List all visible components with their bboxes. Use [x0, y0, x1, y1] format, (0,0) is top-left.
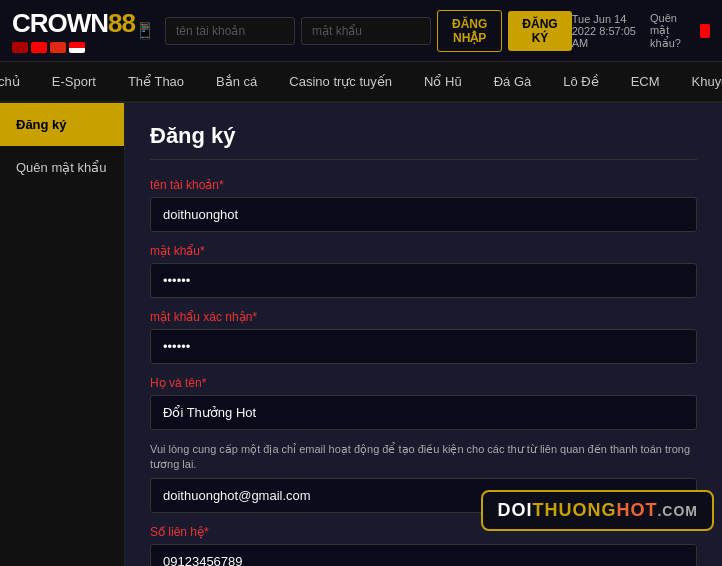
sidebar-item-dangky[interactable]: Đăng ký: [0, 103, 124, 146]
forgot-password-link[interactable]: Quên mật khẩu?: [650, 12, 690, 50]
promo-text: DOITHUONGHOT.COM: [497, 500, 698, 521]
logo-88: 88: [108, 8, 135, 38]
confirm-password-input[interactable]: [150, 329, 697, 364]
flag-thailand-icon: [12, 42, 28, 53]
promo-hot: HOT: [616, 500, 657, 520]
flag-id-icon: [69, 42, 85, 53]
username-group: tên tài khoản*: [150, 178, 697, 232]
nav-trangchu[interactable]: Trang chủ: [0, 62, 36, 101]
password-input[interactable]: [150, 263, 697, 298]
login-button[interactable]: ĐĂNG NHẬP: [437, 10, 502, 52]
header: CROWN88 📱 ĐĂNG NHẬP ĐĂNG KÝ Tue Jun 14 2…: [0, 0, 722, 62]
promo-com: .COM: [657, 503, 698, 519]
password-group: mật khẩu*: [150, 244, 697, 298]
nav-daga[interactable]: Đá Gà: [478, 62, 548, 101]
username-label: tên tài khoản*: [150, 178, 697, 192]
username-input[interactable]: [150, 197, 697, 232]
nav-lode[interactable]: Lô Đề: [547, 62, 614, 101]
header-right: Tue Jun 14 2022 8:57:05 AM Quên mật khẩu…: [572, 12, 710, 50]
page-title: Đăng ký: [150, 123, 697, 160]
nav-casino[interactable]: Casino trực tuyến: [273, 62, 408, 101]
fullname-group: Họ và tên*: [150, 376, 697, 430]
flag-icons: [12, 42, 135, 53]
phone-icon: 📱: [135, 21, 155, 40]
register-header-button[interactable]: ĐĂNG KÝ: [508, 11, 571, 51]
email-note: Vui lòng cung cấp một địa chỉ email hoạt…: [150, 442, 697, 473]
header-password-input[interactable]: [301, 17, 431, 45]
nav-banca[interactable]: Bắn cá: [200, 62, 273, 101]
confirm-password-label: mật khẩu xác nhận*: [150, 310, 697, 324]
header-username-input[interactable]: [165, 17, 295, 45]
phone-input[interactable]: [150, 544, 697, 566]
promo-thuong: THUONG: [532, 500, 616, 520]
flag-vn-icon: [31, 42, 47, 53]
logo: CROWN88: [12, 8, 135, 53]
sidebar-item-quenmatkhau[interactable]: Quên mật khẩu: [0, 146, 124, 189]
nav-esport[interactable]: E-Sport: [36, 62, 112, 101]
password-label: mật khẩu*: [150, 244, 697, 258]
logo-crown: CROWN: [12, 8, 108, 38]
logo-area: CROWN88: [12, 8, 135, 53]
flag-cn-icon: [50, 42, 66, 53]
confirm-password-group: mật khẩu xác nhận*: [150, 310, 697, 364]
fullname-label: Họ và tên*: [150, 376, 697, 390]
nav-ecm[interactable]: ECM: [615, 62, 676, 101]
header-time: Tue Jun 14 2022 8:57:05 AM: [572, 13, 640, 49]
header-center: 📱 ĐĂNG NHẬP ĐĂNG KÝ: [135, 10, 572, 52]
nav-nohu[interactable]: Nổ Hũ: [408, 62, 478, 101]
sidebar: Đăng ký Quên mật khẩu: [0, 103, 125, 566]
promo-doi: DOI: [497, 500, 532, 520]
vn-flag-header-icon: [700, 24, 710, 38]
nav-thethao[interactable]: Thể Thao: [112, 62, 200, 101]
fullname-input[interactable]: [150, 395, 697, 430]
nav-khuyenmai[interactable]: Khuyến mãi: [676, 62, 722, 101]
promo-badge: DOITHUONGHOT.COM: [481, 490, 714, 531]
nav: Trang chủ E-Sport Thể Thao Bắn cá Casino…: [0, 62, 722, 103]
